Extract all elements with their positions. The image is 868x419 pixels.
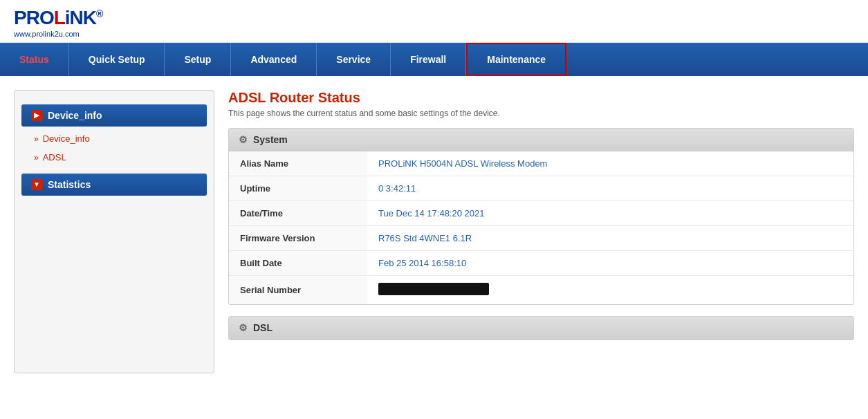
navbar: Status Quick Setup Setup Advanced Servic… bbox=[0, 43, 868, 76]
dsl-gear-icon: ⚙ bbox=[239, 322, 248, 333]
nav-quick-setup[interactable]: Quick Setup bbox=[69, 43, 165, 76]
sidebar: ▶ Device_info » Device_info » ADSL ▼ Sta… bbox=[14, 90, 214, 373]
serial-number-value bbox=[367, 276, 853, 305]
system-panel-header: ⚙ System bbox=[229, 129, 853, 151]
dsl-panel-header: ⚙ DSL bbox=[229, 317, 853, 339]
table-row: Serial Number bbox=[229, 276, 853, 305]
sidebar-device-info-label: Device_info bbox=[48, 110, 102, 121]
alias-name-label: Alias Name bbox=[229, 151, 367, 176]
system-panel: ⚙ System Alias Name PROLiNK H5004N ADSL … bbox=[228, 128, 854, 305]
nav-service[interactable]: Service bbox=[317, 43, 391, 76]
nav-maintenance[interactable]: Maintenance bbox=[466, 43, 566, 76]
firmware-label: Firmware Version bbox=[229, 226, 367, 251]
content-area: ADSL Router Status This page shows the c… bbox=[228, 90, 854, 373]
nav-status[interactable]: Status bbox=[0, 43, 69, 76]
datetime-value: Tue Dec 14 17:48:20 2021 bbox=[367, 201, 853, 226]
uptime-label: Uptime bbox=[229, 176, 367, 201]
statistics-arrow: ▼ bbox=[31, 179, 42, 190]
serial-number-label: Serial Number bbox=[229, 276, 367, 305]
page-description: This page shows the current status and s… bbox=[228, 109, 854, 118]
sidebar-device-info-subitem-label: Device_info bbox=[43, 133, 90, 144]
table-row: Uptime 0 3:42:11 bbox=[229, 176, 853, 201]
table-row: Date/Time Tue Dec 14 17:48:20 2021 bbox=[229, 201, 853, 226]
system-heading: System bbox=[253, 134, 288, 145]
table-row: Firmware Version R76S Std 4WNE1 6.1R bbox=[229, 226, 853, 251]
sidebar-section-statistics[interactable]: ▼ Statistics bbox=[21, 174, 207, 196]
serial-number-redacted bbox=[378, 283, 489, 295]
header: PROLiNK® www.prolink2u.com bbox=[0, 0, 868, 43]
dsl-panel: ⚙ DSL bbox=[228, 316, 854, 340]
table-row: Alias Name PROLiNK H5004N ADSL Wireless … bbox=[229, 151, 853, 176]
main-layout: ▶ Device_info » Device_info » ADSL ▼ Sta… bbox=[0, 76, 868, 387]
sidebar-statistics-label: Statistics bbox=[48, 179, 91, 190]
built-date-label: Built Date bbox=[229, 251, 367, 276]
sidebar-adsl-label: ADSL bbox=[43, 152, 66, 162]
nav-firewall[interactable]: Firewall bbox=[391, 43, 466, 76]
device-info-arrow: ▶ bbox=[31, 110, 42, 121]
logo-website: www.prolink2u.com bbox=[14, 30, 854, 38]
gear-icon: ⚙ bbox=[239, 134, 248, 145]
system-info-table: Alias Name PROLiNK H5004N ADSL Wireless … bbox=[229, 151, 853, 304]
device-info-bullet: » bbox=[34, 134, 39, 144]
logo: PROLiNK® www.prolink2u.com bbox=[14, 7, 854, 38]
sidebar-item-device-info[interactable]: » Device_info bbox=[15, 129, 214, 148]
nav-advanced[interactable]: Advanced bbox=[231, 43, 317, 76]
firmware-value: R76S Std 4WNE1 6.1R bbox=[367, 226, 853, 251]
logo-text: PROLiNK® bbox=[14, 7, 854, 29]
table-row: Built Date Feb 25 2014 16:58:10 bbox=[229, 251, 853, 276]
page-title: ADSL Router Status bbox=[228, 90, 854, 106]
uptime-value: 0 3:42:11 bbox=[367, 176, 853, 201]
dsl-heading: DSL bbox=[253, 322, 273, 333]
alias-name-value: PROLiNK H5004N ADSL Wireless Modem bbox=[367, 151, 853, 176]
sidebar-item-adsl[interactable]: » ADSL bbox=[15, 148, 214, 167]
nav-setup[interactable]: Setup bbox=[165, 43, 231, 76]
datetime-label: Date/Time bbox=[229, 201, 367, 226]
adsl-bullet: » bbox=[34, 153, 39, 162]
built-date-value: Feb 25 2014 16:58:10 bbox=[367, 251, 853, 276]
sidebar-section-device-info[interactable]: ▶ Device_info bbox=[21, 104, 207, 127]
